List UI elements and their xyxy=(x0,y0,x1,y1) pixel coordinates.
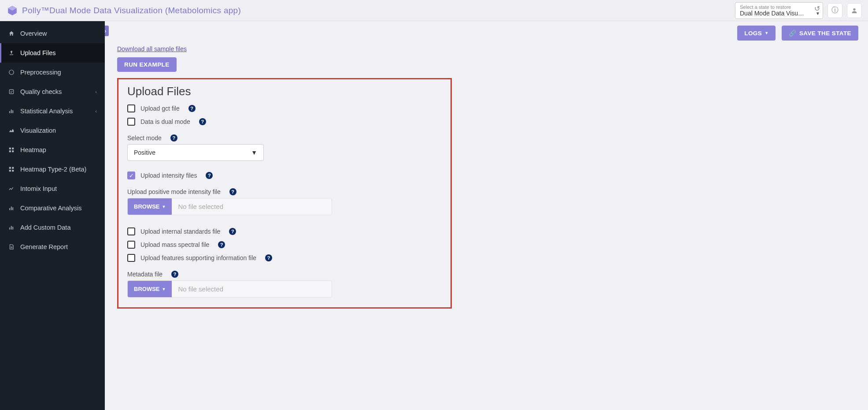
positive-intensity-file-input: BROWSE▼ No file selected xyxy=(127,198,332,215)
sidebar-item-label: Preprocessing xyxy=(20,69,61,76)
internal-standards-checkbox[interactable] xyxy=(127,227,135,235)
svg-rect-13 xyxy=(12,170,14,171)
sidebar-item-intomix-input[interactable]: Intomix Input xyxy=(0,179,105,198)
help-icon[interactable]: ? xyxy=(229,188,236,195)
sidebar-item-label: Upload Files xyxy=(20,49,56,56)
upload-icon xyxy=(8,50,15,56)
svg-rect-4 xyxy=(11,110,12,113)
sidebar-item-generate-report[interactable]: Generate Report xyxy=(0,237,105,257)
svg-point-0 xyxy=(853,8,855,10)
help-icon[interactable]: ? xyxy=(218,241,225,248)
grid-icon xyxy=(8,166,15,172)
panel-title: Upload Files xyxy=(127,85,442,98)
svg-rect-16 xyxy=(12,207,13,210)
upload-gct-label: Upload gct file xyxy=(140,105,180,112)
help-icon[interactable]: ? xyxy=(170,134,177,142)
upload-files-panel: Upload Files Upload gct file ? Data is d… xyxy=(117,78,452,309)
line-chart-icon xyxy=(8,186,15,192)
download-samples-link[interactable]: Download all sample files xyxy=(117,45,187,52)
sidebar-item-add-custom-data[interactable]: Add Custom Data xyxy=(0,218,105,237)
sidebar-item-label: Heatmap Type-2 (Beta) xyxy=(20,166,86,173)
check-square-icon xyxy=(8,89,15,95)
internal-standards-label: Upload internal standards file xyxy=(140,228,220,235)
bar-chart-icon xyxy=(8,108,15,114)
sidebar-item-comparative-analysis[interactable]: Comparative Analysis xyxy=(0,198,105,218)
dual-mode-checkbox[interactable] xyxy=(127,118,135,126)
svg-rect-19 xyxy=(12,227,13,229)
sidebar-item-label: Generate Report xyxy=(20,243,68,250)
features-support-label: Upload features supporting information f… xyxy=(140,254,256,261)
file-placeholder: No file selected xyxy=(172,198,332,215)
app-logo-icon xyxy=(6,4,18,17)
sidebar-item-heatmap-type2[interactable]: Heatmap Type-2 (Beta) xyxy=(0,160,105,179)
select-mode-dropdown[interactable]: Positive ▼ xyxy=(127,144,264,161)
sidebar-item-overview[interactable]: Overview xyxy=(0,24,105,43)
spinner-icon xyxy=(8,69,15,75)
sidebar: Overview Upload Files Preprocessing Qual… xyxy=(0,21,105,410)
help-icon[interactable]: ? xyxy=(188,105,196,112)
main-content: ‹ › LOGS▼ 🔗 SAVE THE STATE Download all … xyxy=(105,21,868,410)
area-chart-icon xyxy=(8,127,15,134)
chevron-left-icon: ‹ xyxy=(95,108,97,114)
sidebar-item-visualization[interactable]: Visualization xyxy=(0,121,105,140)
mass-spectral-label: Upload mass spectral file xyxy=(140,241,209,248)
state-restore-select[interactable]: Select a state to restore Dual Mode Data… xyxy=(735,2,823,19)
svg-rect-9 xyxy=(12,150,14,152)
sidebar-item-preprocessing[interactable]: Preprocessing xyxy=(0,63,105,82)
sidebar-item-label: Visualization xyxy=(20,127,56,134)
help-icon[interactable]: ? xyxy=(199,118,206,125)
sidebar-item-label: Heatmap xyxy=(20,146,46,153)
svg-rect-3 xyxy=(9,111,10,113)
next-arrow[interactable]: › xyxy=(105,27,106,34)
svg-rect-2 xyxy=(9,89,13,93)
positive-intensity-label: Upload positive mode intensity file xyxy=(127,188,221,195)
select-mode-value: Positive xyxy=(134,149,155,156)
mass-spectral-checkbox[interactable] xyxy=(127,241,135,249)
caret-down-icon: ▼ xyxy=(251,149,257,156)
browse-button[interactable]: BROWSE▼ xyxy=(128,281,172,297)
sidebar-item-label: Quality checks xyxy=(20,88,62,95)
sidebar-item-quality-checks[interactable]: Quality checks ‹ xyxy=(0,82,105,101)
file-icon xyxy=(8,244,15,250)
caret-down-icon: ▼ xyxy=(162,205,166,209)
info-button[interactable]: ⓘ xyxy=(827,3,842,18)
svg-rect-5 xyxy=(12,110,13,113)
chevron-left-icon: ‹ xyxy=(95,89,97,94)
metadata-label: Metadata file xyxy=(127,271,163,278)
svg-rect-17 xyxy=(9,227,10,230)
svg-rect-14 xyxy=(9,208,10,210)
sidebar-item-label: Comparative Analysis xyxy=(20,205,81,212)
sidebar-item-heatmap[interactable]: Heatmap xyxy=(0,140,105,160)
svg-rect-12 xyxy=(9,170,11,171)
sidebar-item-statistical-analysis[interactable]: Statistical Analysis ‹ xyxy=(0,101,105,121)
file-placeholder: No file selected xyxy=(172,281,332,297)
upload-intensity-checkbox[interactable] xyxy=(127,171,135,179)
sidebar-item-label: Add Custom Data xyxy=(20,224,70,231)
grid-icon xyxy=(8,147,15,153)
upload-gct-checkbox[interactable] xyxy=(127,104,135,112)
svg-point-1 xyxy=(9,70,14,75)
upload-intensity-label: Upload intensity files xyxy=(140,172,197,179)
browse-button[interactable]: BROWSE▼ xyxy=(128,198,172,215)
app-title: Polly™Dual Mode Data Visualization (Meta… xyxy=(22,6,241,15)
bar-chart-icon xyxy=(8,205,15,211)
sidebar-item-upload-files[interactable]: Upload Files xyxy=(0,43,105,63)
bar-chart-icon xyxy=(8,224,15,231)
svg-rect-6 xyxy=(9,148,11,149)
help-icon[interactable]: ? xyxy=(229,228,236,235)
help-icon[interactable]: ? xyxy=(206,172,213,179)
help-icon[interactable]: ? xyxy=(171,271,178,278)
topbar: Polly™Dual Mode Data Visualization (Meta… xyxy=(0,0,868,21)
svg-rect-10 xyxy=(9,167,11,169)
caret-down-icon: ▼ xyxy=(816,11,820,16)
user-button[interactable] xyxy=(847,3,862,18)
sidebar-item-label: Overview xyxy=(20,30,47,37)
help-icon[interactable]: ? xyxy=(265,254,272,261)
sidebar-item-label: Statistical Analysis xyxy=(20,108,73,115)
dual-mode-label: Data is dual mode xyxy=(140,118,190,125)
home-icon xyxy=(8,30,15,37)
select-mode-label: Select mode xyxy=(127,134,162,142)
run-example-button[interactable]: RUN EXAMPLE xyxy=(117,57,177,72)
metadata-file-input: BROWSE▼ No file selected xyxy=(127,280,332,298)
features-support-checkbox[interactable] xyxy=(127,254,135,262)
